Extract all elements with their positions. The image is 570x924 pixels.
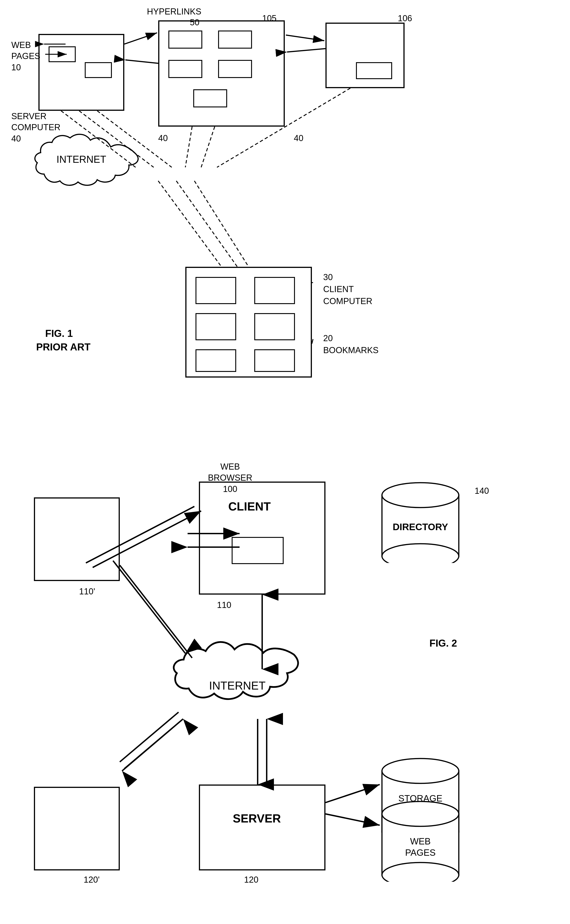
middle-pages-box [158,20,285,127]
server-computer-box [38,34,124,111]
ref-106: 106 [398,14,412,23]
ref-40-right: 40 [294,133,303,143]
client-computer-box [185,267,312,378]
ref-110-prime: 110' [79,587,95,596]
svg-line-19 [312,339,313,344]
svg-line-5 [201,127,215,167]
web-browser-label: WEBBROWSER100 [208,461,252,495]
svg-text:INTERNET: INTERNET [209,679,265,692]
svg-line-4 [185,127,192,167]
directory-cylinder: DIRECTORY [380,481,461,563]
box-110-prime [34,497,120,581]
ref-106-box [325,23,405,88]
ref-120-prime: 120' [84,875,100,885]
svg-line-7 [158,181,222,267]
fig2-caption: FIG. 2 [429,637,457,649]
web-pages-label: WEBPAGES10 [11,40,40,73]
ref-110: 110 [217,600,231,610]
svg-point-31 [382,801,459,826]
internet-cloud-fig2: INTERNET [158,637,316,728]
web-pages-cylinder: WEB PAGES [380,800,461,882]
hyperlinks-num: 50 [190,18,199,28]
server-label: SERVER [233,812,281,825]
svg-line-12 [124,33,157,44]
server-computer-label: SERVERCOMPUTER40 [11,111,60,144]
client-label: CLIENT [228,500,271,513]
bookmarks-label: 20BOOKMARKS [323,333,378,356]
fig1-subtitle: PRIOR ART [36,342,90,353]
ref-140: 140 [475,486,489,496]
svg-text:DIRECTORY: DIRECTORY [392,522,448,532]
svg-text:WEB: WEB [410,836,431,846]
svg-line-2 [79,111,154,167]
svg-text:INTERNET: INTERNET [57,154,106,165]
svg-line-13 [126,60,158,63]
box-120-prime [34,787,120,870]
ref-120: 120 [244,875,258,885]
svg-line-53 [325,814,380,825]
svg-line-1 [61,111,136,167]
fig1-caption: FIG. 1 [45,328,73,339]
client-box [199,481,325,595]
client-computer-label: 30CLIENTCOMPUTER [323,271,372,308]
svg-line-8 [176,181,238,267]
svg-point-26 [382,759,459,783]
server-box [199,785,325,870]
svg-text:PAGES: PAGES [405,847,436,858]
svg-line-9 [195,181,248,267]
svg-line-14 [286,35,324,41]
diagram-container: WEBPAGES10 SERVERCOMPUTER40 105 106 HYPE… [0,0,570,924]
svg-line-52 [325,785,380,803]
svg-point-21 [382,483,459,507]
ref-40-mid: 40 [158,133,168,143]
ref-105: 105 [262,14,276,23]
svg-line-15 [287,49,325,52]
hyperlinks-label: HYPERLINKS [147,7,201,17]
